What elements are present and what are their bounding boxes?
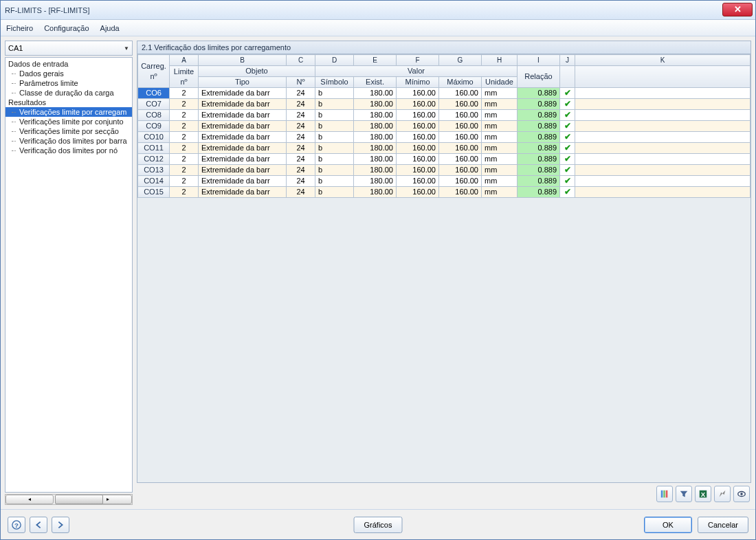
cell-carreg[interactable]: CO8 [138,110,170,121]
cell-relacao[interactable]: 0.889 [518,132,560,143]
cell-limite[interactable]: 2 [170,154,199,165]
col-letter-d[interactable]: D [315,55,354,66]
menu-file[interactable]: Ficheiro [6,24,33,32]
results-grid[interactable]: Carreg. nº A B C D E F G H I J K [137,54,751,483]
cell-min[interactable]: 160.00 [397,132,439,143]
cell-simbolo[interactable]: b [315,121,354,132]
col-letter-e[interactable]: E [354,55,397,66]
cell-carreg[interactable]: CO14 [138,176,170,187]
nav-tree[interactable]: Dados de entrada Dados gerais Parâmetros… [5,57,133,493]
cell-carreg[interactable]: CO6 [138,88,170,99]
cell-exist[interactable]: 180.00 [354,99,397,110]
cell-relacao[interactable]: 0.889 [518,143,560,154]
cell-k[interactable] [575,187,751,198]
cell-limite[interactable]: 2 [170,165,199,176]
cell-min[interactable]: 160.00 [397,88,439,99]
cell-relacao[interactable]: 0.889 [518,176,560,187]
table-row[interactable]: CO132Extremidade da barr24b180.00160.001… [138,165,751,176]
col-letter-f[interactable]: F [397,55,439,66]
cell-k[interactable] [575,176,751,187]
cell-exist[interactable]: 180.00 [354,176,397,187]
cell-limite[interactable]: 2 [170,187,199,198]
cell-exist[interactable]: 180.00 [354,154,397,165]
next-button[interactable] [52,517,69,533]
cell-carreg[interactable]: CO9 [138,121,170,132]
table-row[interactable]: CO72Extremidade da barr24b180.00160.0016… [138,99,751,110]
tree-hscrollbar[interactable]: ◂ ▸ [5,494,133,505]
cell-max[interactable]: 160.00 [439,132,482,143]
menu-help[interactable]: Ajuda [100,24,120,32]
cell-min[interactable]: 160.00 [397,121,439,132]
cell-tipo[interactable]: Extremidade da barr [199,121,287,132]
col-j[interactable] [560,66,575,88]
col-k[interactable] [575,66,751,88]
cell-max[interactable]: 160.00 [439,165,482,176]
cell-k[interactable] [575,121,751,132]
col-letter-j[interactable]: J [560,55,575,66]
close-button[interactable]: ✕ [722,3,753,16]
cell-min[interactable]: 160.00 [397,187,439,198]
cell-limite[interactable]: 2 [170,99,199,110]
tree-item-parametros[interactable]: Parâmetros limite [5,78,132,88]
tree-item-verif-carregamento[interactable]: Verificações limite por carregam [5,107,132,117]
table-row[interactable]: CO92Extremidade da barr24b180.00160.0016… [138,121,751,132]
cell-tipo[interactable]: Extremidade da barr [199,132,287,143]
cell-carreg[interactable]: CO11 [138,143,170,154]
cell-max[interactable]: 160.00 [439,110,482,121]
case-combo[interactable]: CA1 ▼ [5,41,133,56]
view-icon[interactable] [733,486,750,502]
cell-simbolo[interactable]: b [315,154,354,165]
cell-simbolo[interactable]: b [315,88,354,99]
cell-relacao[interactable]: 0.889 [518,110,560,121]
col-simbolo[interactable]: Símbolo [315,77,354,88]
cell-limite[interactable]: 2 [170,88,199,99]
col-letter-a[interactable]: A [170,55,199,66]
prev-button[interactable] [30,517,47,533]
col-no[interactable]: Nº [287,77,315,88]
cell-tipo[interactable]: Extremidade da barr [199,99,287,110]
cell-unidade[interactable]: mm [482,154,518,165]
cell-relacao[interactable]: 0.889 [518,165,560,176]
cell-no[interactable]: 24 [287,132,315,143]
cell-k[interactable] [575,132,751,143]
cell-simbolo[interactable]: b [315,99,354,110]
cell-exist[interactable]: 180.00 [354,132,397,143]
table-row[interactable]: CO82Extremidade da barr24b180.00160.0016… [138,110,751,121]
help-button[interactable]: ? [8,517,25,533]
col-relacao[interactable]: Relação [518,66,560,88]
cell-relacao[interactable]: 0.889 [518,187,560,198]
cell-tipo[interactable]: Extremidade da barr [199,165,287,176]
cell-unidade[interactable]: mm [482,132,518,143]
cell-simbolo[interactable]: b [315,187,354,198]
cell-tipo[interactable]: Extremidade da barr [199,88,287,99]
filter-icon[interactable] [676,486,692,502]
tree-group-results[interactable]: Resultados [5,98,132,107]
cell-min[interactable]: 160.00 [397,176,439,187]
cell-no[interactable]: 24 [287,165,315,176]
cell-simbolo[interactable]: b [315,176,354,187]
cell-k[interactable] [575,88,751,99]
cell-min[interactable]: 160.00 [397,154,439,165]
cell-k[interactable] [575,165,751,176]
cell-k[interactable] [575,110,751,121]
cell-exist[interactable]: 180.00 [354,187,397,198]
cell-tipo[interactable]: Extremidade da barr [199,143,287,154]
table-row[interactable]: CO122Extremidade da barr24b180.00160.001… [138,154,751,165]
table-row[interactable]: CO142Extremidade da barr24b180.00160.001… [138,176,751,187]
scroll-track[interactable] [54,495,84,504]
tree-item-verif-barra[interactable]: Verificação dos limites por barra [5,136,132,146]
cell-min[interactable]: 160.00 [397,165,439,176]
cell-no[interactable]: 24 [287,88,315,99]
pick-icon[interactable] [714,486,731,502]
cell-unidade[interactable]: mm [482,121,518,132]
tree-item-verif-conjunto[interactable]: Verificações limite por conjunto [5,117,132,126]
cell-limite[interactable]: 2 [170,110,199,121]
col-letter-g[interactable]: G [439,55,482,66]
table-row[interactable]: CO152Extremidade da barr24b180.00160.001… [138,187,751,198]
col-letter-k[interactable]: K [575,55,751,66]
export-excel-icon[interactable]: X [695,486,711,502]
cell-carreg[interactable]: CO10 [138,132,170,143]
cell-simbolo[interactable]: b [315,165,354,176]
col-letter-b[interactable]: B [199,55,287,66]
cell-min[interactable]: 160.00 [397,143,439,154]
